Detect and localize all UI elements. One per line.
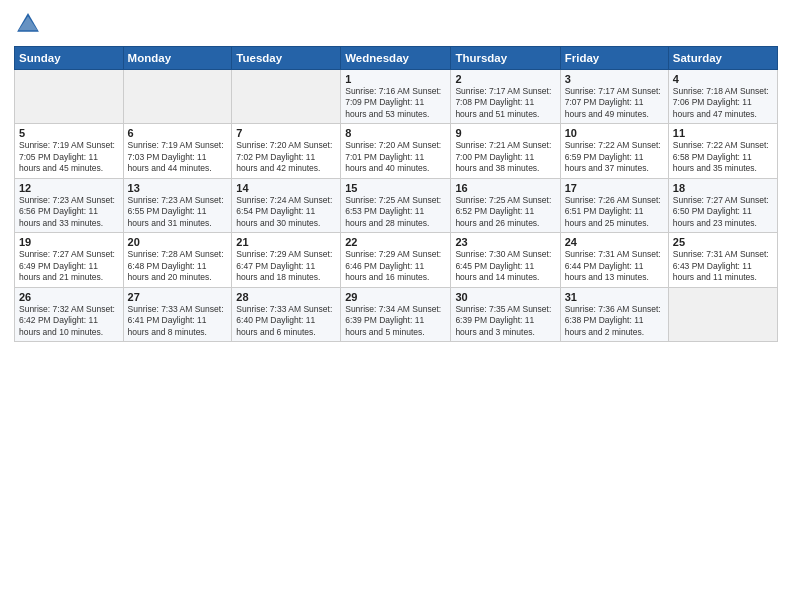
day-info: Sunrise: 7:36 AM Sunset: 6:38 PM Dayligh… bbox=[565, 304, 664, 338]
calendar-cell: 27Sunrise: 7:33 AM Sunset: 6:41 PM Dayli… bbox=[123, 287, 232, 341]
day-number: 4 bbox=[673, 73, 773, 85]
day-number: 9 bbox=[455, 127, 555, 139]
day-number: 29 bbox=[345, 291, 446, 303]
day-header-friday: Friday bbox=[560, 47, 668, 70]
calendar-cell: 21Sunrise: 7:29 AM Sunset: 6:47 PM Dayli… bbox=[232, 233, 341, 287]
day-info: Sunrise: 7:23 AM Sunset: 6:55 PM Dayligh… bbox=[128, 195, 228, 229]
calendar-cell: 6Sunrise: 7:19 AM Sunset: 7:03 PM Daylig… bbox=[123, 124, 232, 178]
day-header-wednesday: Wednesday bbox=[341, 47, 451, 70]
day-info: Sunrise: 7:28 AM Sunset: 6:48 PM Dayligh… bbox=[128, 249, 228, 283]
day-number: 22 bbox=[345, 236, 446, 248]
calendar-cell: 14Sunrise: 7:24 AM Sunset: 6:54 PM Dayli… bbox=[232, 178, 341, 232]
day-info: Sunrise: 7:31 AM Sunset: 6:44 PM Dayligh… bbox=[565, 249, 664, 283]
calendar-week-row: 12Sunrise: 7:23 AM Sunset: 6:56 PM Dayli… bbox=[15, 178, 778, 232]
day-number: 1 bbox=[345, 73, 446, 85]
day-info: Sunrise: 7:25 AM Sunset: 6:52 PM Dayligh… bbox=[455, 195, 555, 229]
calendar-cell: 20Sunrise: 7:28 AM Sunset: 6:48 PM Dayli… bbox=[123, 233, 232, 287]
calendar-cell: 13Sunrise: 7:23 AM Sunset: 6:55 PM Dayli… bbox=[123, 178, 232, 232]
day-number: 27 bbox=[128, 291, 228, 303]
day-number: 13 bbox=[128, 182, 228, 194]
day-info: Sunrise: 7:33 AM Sunset: 6:40 PM Dayligh… bbox=[236, 304, 336, 338]
day-info: Sunrise: 7:32 AM Sunset: 6:42 PM Dayligh… bbox=[19, 304, 119, 338]
calendar-week-row: 1Sunrise: 7:16 AM Sunset: 7:09 PM Daylig… bbox=[15, 70, 778, 124]
day-info: Sunrise: 7:27 AM Sunset: 6:50 PM Dayligh… bbox=[673, 195, 773, 229]
calendar-cell: 1Sunrise: 7:16 AM Sunset: 7:09 PM Daylig… bbox=[341, 70, 451, 124]
day-number: 30 bbox=[455, 291, 555, 303]
calendar-cell bbox=[15, 70, 124, 124]
day-number: 21 bbox=[236, 236, 336, 248]
calendar-cell: 22Sunrise: 7:29 AM Sunset: 6:46 PM Dayli… bbox=[341, 233, 451, 287]
calendar-cell: 5Sunrise: 7:19 AM Sunset: 7:05 PM Daylig… bbox=[15, 124, 124, 178]
day-number: 23 bbox=[455, 236, 555, 248]
day-header-saturday: Saturday bbox=[668, 47, 777, 70]
calendar-cell: 12Sunrise: 7:23 AM Sunset: 6:56 PM Dayli… bbox=[15, 178, 124, 232]
day-number: 17 bbox=[565, 182, 664, 194]
day-number: 31 bbox=[565, 291, 664, 303]
day-number: 28 bbox=[236, 291, 336, 303]
day-info: Sunrise: 7:29 AM Sunset: 6:46 PM Dayligh… bbox=[345, 249, 446, 283]
day-number: 12 bbox=[19, 182, 119, 194]
day-info: Sunrise: 7:20 AM Sunset: 7:01 PM Dayligh… bbox=[345, 140, 446, 174]
day-number: 16 bbox=[455, 182, 555, 194]
day-number: 14 bbox=[236, 182, 336, 194]
calendar-cell: 19Sunrise: 7:27 AM Sunset: 6:49 PM Dayli… bbox=[15, 233, 124, 287]
day-info: Sunrise: 7:16 AM Sunset: 7:09 PM Dayligh… bbox=[345, 86, 446, 120]
day-number: 2 bbox=[455, 73, 555, 85]
day-number: 18 bbox=[673, 182, 773, 194]
day-info: Sunrise: 7:20 AM Sunset: 7:02 PM Dayligh… bbox=[236, 140, 336, 174]
calendar-week-row: 19Sunrise: 7:27 AM Sunset: 6:49 PM Dayli… bbox=[15, 233, 778, 287]
day-number: 8 bbox=[345, 127, 446, 139]
day-number: 7 bbox=[236, 127, 336, 139]
calendar-cell: 7Sunrise: 7:20 AM Sunset: 7:02 PM Daylig… bbox=[232, 124, 341, 178]
calendar-cell bbox=[668, 287, 777, 341]
day-number: 20 bbox=[128, 236, 228, 248]
day-header-monday: Monday bbox=[123, 47, 232, 70]
day-info: Sunrise: 7:17 AM Sunset: 7:07 PM Dayligh… bbox=[565, 86, 664, 120]
calendar-cell: 26Sunrise: 7:32 AM Sunset: 6:42 PM Dayli… bbox=[15, 287, 124, 341]
day-info: Sunrise: 7:30 AM Sunset: 6:45 PM Dayligh… bbox=[455, 249, 555, 283]
calendar-cell: 16Sunrise: 7:25 AM Sunset: 6:52 PM Dayli… bbox=[451, 178, 560, 232]
day-number: 5 bbox=[19, 127, 119, 139]
day-info: Sunrise: 7:17 AM Sunset: 7:08 PM Dayligh… bbox=[455, 86, 555, 120]
day-header-sunday: Sunday bbox=[15, 47, 124, 70]
calendar-cell bbox=[232, 70, 341, 124]
day-number: 26 bbox=[19, 291, 119, 303]
day-info: Sunrise: 7:22 AM Sunset: 6:58 PM Dayligh… bbox=[673, 140, 773, 174]
day-number: 15 bbox=[345, 182, 446, 194]
day-info: Sunrise: 7:24 AM Sunset: 6:54 PM Dayligh… bbox=[236, 195, 336, 229]
day-info: Sunrise: 7:19 AM Sunset: 7:03 PM Dayligh… bbox=[128, 140, 228, 174]
header bbox=[14, 10, 778, 38]
day-number: 6 bbox=[128, 127, 228, 139]
calendar-cell: 23Sunrise: 7:30 AM Sunset: 6:45 PM Dayli… bbox=[451, 233, 560, 287]
day-header-tuesday: Tuesday bbox=[232, 47, 341, 70]
day-info: Sunrise: 7:35 AM Sunset: 6:39 PM Dayligh… bbox=[455, 304, 555, 338]
calendar-cell: 28Sunrise: 7:33 AM Sunset: 6:40 PM Dayli… bbox=[232, 287, 341, 341]
day-info: Sunrise: 7:29 AM Sunset: 6:47 PM Dayligh… bbox=[236, 249, 336, 283]
calendar-cell: 9Sunrise: 7:21 AM Sunset: 7:00 PM Daylig… bbox=[451, 124, 560, 178]
calendar-cell: 3Sunrise: 7:17 AM Sunset: 7:07 PM Daylig… bbox=[560, 70, 668, 124]
calendar-cell: 24Sunrise: 7:31 AM Sunset: 6:44 PM Dayli… bbox=[560, 233, 668, 287]
calendar-cell: 25Sunrise: 7:31 AM Sunset: 6:43 PM Dayli… bbox=[668, 233, 777, 287]
day-info: Sunrise: 7:25 AM Sunset: 6:53 PM Dayligh… bbox=[345, 195, 446, 229]
day-number: 3 bbox=[565, 73, 664, 85]
day-number: 25 bbox=[673, 236, 773, 248]
day-info: Sunrise: 7:22 AM Sunset: 6:59 PM Dayligh… bbox=[565, 140, 664, 174]
calendar-week-row: 26Sunrise: 7:32 AM Sunset: 6:42 PM Dayli… bbox=[15, 287, 778, 341]
calendar-cell: 4Sunrise: 7:18 AM Sunset: 7:06 PM Daylig… bbox=[668, 70, 777, 124]
svg-marker-1 bbox=[19, 16, 38, 30]
calendar-week-row: 5Sunrise: 7:19 AM Sunset: 7:05 PM Daylig… bbox=[15, 124, 778, 178]
calendar-cell: 31Sunrise: 7:36 AM Sunset: 6:38 PM Dayli… bbox=[560, 287, 668, 341]
calendar-cell: 18Sunrise: 7:27 AM Sunset: 6:50 PM Dayli… bbox=[668, 178, 777, 232]
day-number: 19 bbox=[19, 236, 119, 248]
calendar-cell: 2Sunrise: 7:17 AM Sunset: 7:08 PM Daylig… bbox=[451, 70, 560, 124]
day-info: Sunrise: 7:31 AM Sunset: 6:43 PM Dayligh… bbox=[673, 249, 773, 283]
day-number: 11 bbox=[673, 127, 773, 139]
day-info: Sunrise: 7:33 AM Sunset: 6:41 PM Dayligh… bbox=[128, 304, 228, 338]
calendar-cell: 30Sunrise: 7:35 AM Sunset: 6:39 PM Dayli… bbox=[451, 287, 560, 341]
day-header-thursday: Thursday bbox=[451, 47, 560, 70]
logo bbox=[14, 10, 46, 38]
day-info: Sunrise: 7:21 AM Sunset: 7:00 PM Dayligh… bbox=[455, 140, 555, 174]
calendar-cell bbox=[123, 70, 232, 124]
calendar-cell: 8Sunrise: 7:20 AM Sunset: 7:01 PM Daylig… bbox=[341, 124, 451, 178]
calendar-cell: 10Sunrise: 7:22 AM Sunset: 6:59 PM Dayli… bbox=[560, 124, 668, 178]
